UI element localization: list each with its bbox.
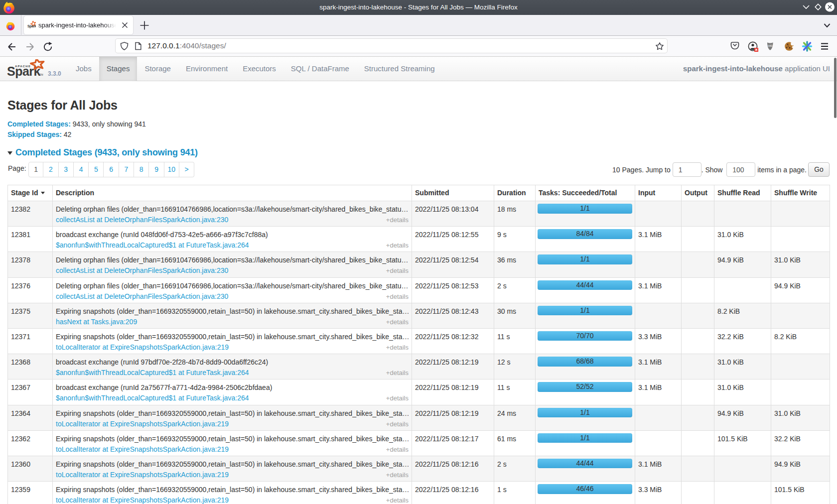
svg-text:TM: TM [40,74,43,76]
svg-text:APACHE: APACHE [15,65,31,68]
svg-text:Spark: Spark [27,24,36,28]
svg-text:UO: UO [768,44,772,47]
